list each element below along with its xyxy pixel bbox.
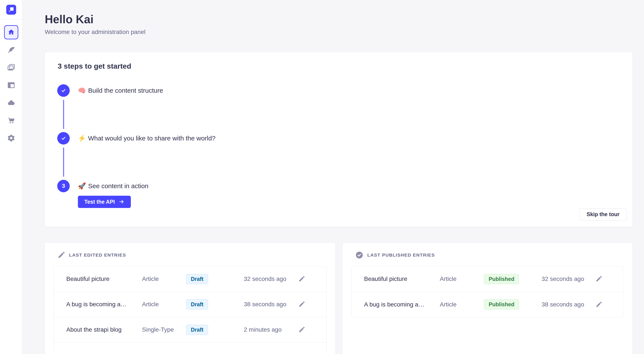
layout-icon xyxy=(7,81,15,89)
lightning-emoji: ⚡ xyxy=(78,135,86,142)
sidebar-item-content-manager[interactable] xyxy=(0,41,22,59)
panel-header: LAST PUBLISHED ENTRIES xyxy=(351,251,624,259)
onboarding-step-3: 3 🚀See content in action Test the API xyxy=(57,180,627,208)
skip-tour-button[interactable]: Skip the tour xyxy=(579,208,627,220)
sidebar-item-settings[interactable] xyxy=(0,129,22,147)
sidebar-item-marketplace[interactable] xyxy=(0,112,22,129)
page-subtitle: Welcome to your administration panel xyxy=(45,28,632,35)
step-track: 3 xyxy=(57,180,70,208)
status-badge: Published xyxy=(484,299,519,310)
pencil-icon xyxy=(595,275,602,283)
edit-entry-button[interactable] xyxy=(297,301,306,308)
entries-section: LAST EDITED ENTRIES Beautiful picture Ar… xyxy=(45,243,632,354)
test-api-button[interactable]: Test the API xyxy=(78,196,131,208)
entry-status: Published xyxy=(484,299,542,310)
check-circle-icon xyxy=(355,251,364,259)
strapi-logo-icon xyxy=(6,5,16,15)
entry-status: Published xyxy=(484,274,542,284)
published-entries-table: Beautiful picture Article Published 32 s… xyxy=(351,266,624,318)
table-row[interactable]: Beautiful picture Article Draft 32 secon… xyxy=(54,267,326,292)
cart-icon xyxy=(7,116,15,124)
entry-time: 38 seconds ago xyxy=(542,301,594,308)
status-badge: Draft xyxy=(186,325,208,335)
sidebar-item-media-library[interactable] xyxy=(0,59,22,76)
brain-emoji: 🧠 xyxy=(78,87,86,94)
step-label: ⚡What would you like to share with the w… xyxy=(78,132,216,145)
entry-type: Article xyxy=(440,301,484,308)
entry-type: Single-Type xyxy=(142,326,186,333)
onboarding-step-1: 🧠Build the content structure xyxy=(57,84,627,132)
panel-title: LAST EDITED ENTRIES xyxy=(69,253,126,258)
feather-icon xyxy=(7,46,15,54)
step-label: 🧠Build the content structure xyxy=(78,84,163,97)
step-label: 🚀See content in action xyxy=(78,180,148,192)
panel-title: LAST PUBLISHED ENTRIES xyxy=(367,253,435,258)
entry-type: Article xyxy=(440,276,484,282)
status-badge: Draft xyxy=(186,274,208,284)
sidebar-nav xyxy=(0,19,22,147)
sidebar-item-home[interactable] xyxy=(0,23,22,41)
entry-time: 32 seconds ago xyxy=(244,276,297,282)
cloud-icon xyxy=(7,99,15,107)
main-content: Hello Kai Welcome to your administration… xyxy=(22,0,644,354)
home-icon xyxy=(7,28,15,36)
entry-type: Article xyxy=(142,301,186,308)
rocket-emoji: 🚀 xyxy=(78,182,86,189)
step-track xyxy=(57,132,70,180)
panel-header: LAST EDITED ENTRIES xyxy=(54,251,327,259)
entry-type: Article xyxy=(142,276,186,282)
pencil-icon xyxy=(298,326,305,333)
status-badge: Draft xyxy=(186,299,208,310)
sidebar-item-cloud[interactable] xyxy=(0,94,22,112)
step-connector xyxy=(63,100,64,129)
entry-time: 2 minutes ago xyxy=(244,326,297,333)
edited-entries-table: Beautiful picture Article Draft 32 secon… xyxy=(54,266,327,354)
edit-entry-button[interactable] xyxy=(297,326,306,333)
onboarding-card: 3 steps to get started 🧠Build the conten… xyxy=(45,52,632,227)
step-number-marker: 3 xyxy=(57,180,70,192)
check-icon xyxy=(60,87,67,94)
step-done-marker xyxy=(57,132,70,145)
table-row[interactable]: A bug is becoming a… Article Published 3… xyxy=(352,292,624,317)
images-icon xyxy=(7,63,15,72)
entry-title[interactable]: About the strapi blog xyxy=(66,326,142,333)
active-indicator xyxy=(4,25,18,39)
table-row[interactable]: About the strapi blog Single-Type Draft … xyxy=(54,317,326,343)
edit-entry-button[interactable] xyxy=(297,275,306,283)
step-done-marker xyxy=(57,84,70,97)
entry-status: Draft xyxy=(186,274,244,284)
entry-title[interactable]: A bug is becoming a… xyxy=(66,301,142,308)
edit-entry-button[interactable] xyxy=(594,301,603,308)
step-connector xyxy=(63,148,64,177)
table-row[interactable]: A bug is becoming a… Article Draft 38 se… xyxy=(54,292,326,317)
entry-title[interactable]: Beautiful picture xyxy=(364,276,440,282)
entry-time: 38 seconds ago xyxy=(244,301,297,308)
check-icon xyxy=(60,135,67,141)
entry-title[interactable]: A bug is becoming a… xyxy=(364,301,440,308)
step-body: ⚡What would you like to share with the w… xyxy=(70,132,216,180)
table-row[interactable]: Beautiful picture Article Published 32 s… xyxy=(352,267,624,292)
sidebar xyxy=(0,0,22,354)
logo-area xyxy=(0,0,22,19)
entry-time: 32 seconds ago xyxy=(542,276,594,282)
entry-title[interactable]: Beautiful picture xyxy=(66,276,142,282)
pencil-icon xyxy=(298,301,305,308)
last-edited-panel: LAST EDITED ENTRIES Beautiful picture Ar… xyxy=(45,243,336,354)
onboarding-title: 3 steps to get started xyxy=(58,62,627,70)
step-body: 🧠Build the content structure xyxy=(70,84,163,132)
gear-icon xyxy=(7,134,15,142)
strapi-logo xyxy=(6,5,16,15)
arrow-right-icon xyxy=(119,199,124,205)
page-header: Hello Kai Welcome to your administration… xyxy=(45,0,632,35)
pencil-icon xyxy=(57,251,66,259)
edit-entry-button[interactable] xyxy=(594,275,603,283)
status-badge: Published xyxy=(484,274,519,284)
page-title: Hello Kai xyxy=(45,13,632,26)
onboarding-step-2: ⚡What would you like to share with the w… xyxy=(57,132,627,180)
sidebar-item-content-type-builder[interactable] xyxy=(0,76,22,94)
pencil-icon xyxy=(595,301,602,308)
entry-status: Draft xyxy=(186,299,244,310)
pencil-icon xyxy=(298,275,305,283)
step-body: 🚀See content in action Test the API xyxy=(70,180,148,208)
entry-status: Draft xyxy=(186,325,244,335)
